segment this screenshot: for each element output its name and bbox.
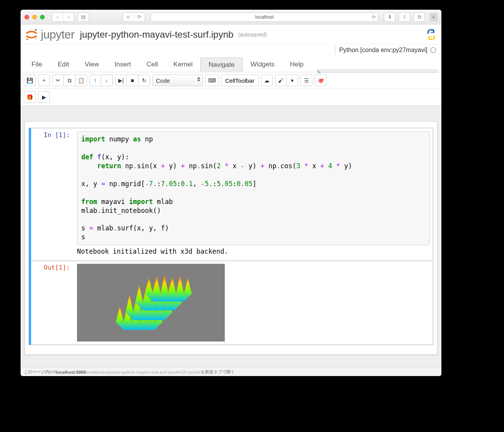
cell-type-value: Code — [156, 77, 170, 84]
new-tab-button[interactable]: + — [430, 13, 438, 21]
output-3d-surface[interactable] — [77, 264, 225, 341]
insert-cell-below-button[interactable]: ＋ — [38, 75, 50, 86]
sidebar-button[interactable]: ▤ — [78, 13, 89, 21]
kernel-row: Python [conda env:py27mayavi] — [21, 44, 441, 56]
status-path: /notebooks/jupyter-python-mayavi-test-su… — [86, 370, 201, 375]
list-button[interactable]: ☰ — [301, 75, 312, 86]
notebook-area[interactable]: In [1]: import numpy as np def f(x, y): … — [21, 106, 441, 368]
paste-button[interactable]: 📋 — [75, 75, 87, 86]
menu-cell[interactable]: Cell — [139, 57, 166, 72]
sidebar-toggle-group: ▤ — [77, 12, 89, 22]
nav-back-forward: ‹ › — [52, 12, 74, 22]
copy-button[interactable]: ⧉ — [64, 75, 75, 86]
video-button[interactable]: ▶ — [38, 91, 50, 103]
toolbar-row2: 🎁 ▶ — [21, 89, 441, 106]
refresh-icon[interactable]: ⟳ — [372, 14, 376, 20]
close-window-button[interactable] — [24, 15, 29, 19]
window-controls — [24, 15, 45, 19]
code-editor[interactable]: import numpy as np def f(x, y): return n… — [77, 131, 430, 245]
menu-widgets[interactable]: Widgets — [243, 57, 282, 72]
brush-dropdown-button[interactable]: ▾ — [287, 75, 298, 86]
output-prompt: Out[1]: — [31, 261, 74, 345]
browser-statusbar: このページ内の#localhost:8888/notebooks/jupyter… — [21, 368, 441, 376]
kernel-name[interactable]: Python [conda env:py27mayavi] — [339, 47, 427, 54]
stop-button[interactable]: ■ — [127, 75, 138, 86]
python-logo-icon — [425, 28, 438, 41]
page-content: jupyter jupyter-python-mayavi-test-surf.… — [21, 24, 441, 376]
svg-point-2 — [36, 38, 37, 40]
cell-toolbar-button[interactable]: CellToolbar — [221, 75, 259, 86]
minimize-window-button[interactable] — [32, 15, 37, 19]
brush-button[interactable]: 🖌 — [275, 75, 287, 86]
notebook-title[interactable]: jupyter-python-mayavi-test-surf.ipynb — [80, 29, 234, 40]
save-button[interactable]: 💾 — [24, 75, 36, 86]
gift-button[interactable]: 🎁 — [24, 91, 36, 103]
reader-reload-group: ⎋ ⟳ — [122, 12, 145, 22]
address-text: localhost — [255, 14, 273, 20]
status-prefix: このページ内の# — [24, 369, 56, 375]
svg-point-0 — [35, 29, 37, 31]
command-palette-button[interactable]: ⌨ — [205, 75, 219, 86]
input-area: import numpy as np def f(x, y): return n… — [74, 128, 433, 261]
output-stream: Notebook initialized with x3d backend. — [77, 245, 430, 258]
svg-point-3 — [429, 30, 430, 31]
jupyter-logo[interactable]: jupyter — [24, 28, 75, 42]
download-button[interactable]: ⬇ — [384, 13, 395, 21]
jupyter-logo-icon — [24, 28, 38, 42]
status-suffix: を新規タブで開く — [201, 369, 235, 375]
output-area — [74, 261, 433, 345]
svg-point-4 — [432, 38, 433, 39]
move-up-button[interactable]: ↑ — [89, 75, 101, 86]
menu-file[interactable]: File — [24, 57, 50, 72]
menu-dropdown-edge: ✎ — [317, 70, 438, 73]
svg-point-1 — [26, 38, 28, 40]
back-button[interactable]: ‹ — [52, 13, 63, 21]
menu-help[interactable]: Help — [282, 57, 312, 72]
browser-window: ‹ › ▤ ⎋ ⟳ localhost ⟳ ⬇ ⇧ ⧉ + — [21, 10, 441, 376]
menu-view[interactable]: View — [77, 57, 107, 72]
cut-button[interactable]: ✂ — [52, 75, 64, 86]
code-cell[interactable]: In [1]: import numpy as np def f(x, y): … — [29, 128, 433, 261]
toolbar: 💾 ＋ ✂ ⧉ 📋 ↑ ↓ ▶| ■ ↻ Code ⌨ CellToolbar … — [21, 72, 441, 89]
cell-type-select[interactable]: Code — [152, 75, 203, 86]
forward-button[interactable]: › — [63, 13, 74, 21]
notebook-header: jupyter jupyter-python-mayavi-test-surf.… — [21, 24, 441, 44]
autosave-status: (autosaved) — [238, 31, 267, 38]
restart-button[interactable]: ↻ — [138, 75, 150, 86]
share-button[interactable]: ⇧ — [399, 13, 410, 21]
reader-button[interactable]: ⎋ — [123, 13, 134, 21]
maximize-window-button[interactable] — [40, 15, 45, 19]
cloud-button[interactable]: ☁ — [261, 75, 273, 86]
kernel-status-indicator — [430, 47, 436, 53]
github-button[interactable]: 🐙 — [315, 75, 327, 86]
input-prompt: In [1]: — [31, 128, 74, 261]
menu-insert[interactable]: Insert — [107, 57, 139, 72]
menu-kernel[interactable]: Kernel — [166, 57, 200, 72]
notebook-container: In [1]: import numpy as np def f(x, y): … — [24, 121, 438, 355]
jupyter-logo-text: jupyter — [41, 28, 75, 41]
tabs-button[interactable]: ⧉ — [414, 13, 425, 21]
run-button[interactable]: ▶| — [115, 75, 127, 86]
address-bar[interactable]: localhost ⟳ — [150, 12, 378, 22]
output-cell: Out[1]: — [29, 261, 433, 345]
status-host: localhost:8888 — [56, 370, 86, 375]
reload-button[interactable]: ⟳ — [134, 13, 145, 21]
menu-edit[interactable]: Edit — [50, 57, 77, 72]
menu-navigate[interactable]: Navigate — [200, 57, 243, 72]
browser-titlebar: ‹ › ▤ ⎋ ⟳ localhost ⟳ ⬇ ⇧ ⧉ + — [21, 10, 441, 24]
menubar: File Edit View Insert Cell Kernel Naviga… — [21, 56, 441, 72]
move-down-button[interactable]: ↓ — [101, 75, 113, 86]
